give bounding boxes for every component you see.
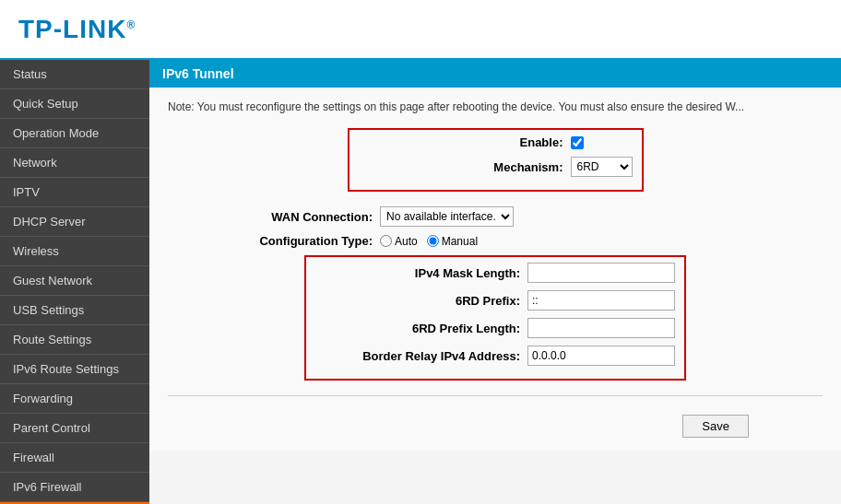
config-manual-text: Manual <box>442 235 478 248</box>
content-body: Note: You must reconfigure the settings … <box>149 88 841 451</box>
config-manual-radio[interactable] <box>427 235 439 247</box>
config-auto-label[interactable]: Auto <box>380 235 418 248</box>
sidebar-item-dhcp-server[interactable]: DHCP Server <box>0 207 149 237</box>
ipv4-mask-value <box>527 263 675 283</box>
wan-connection-select[interactable]: No available interface. <box>380 206 514 227</box>
border-relay-input[interactable] <box>527 346 675 366</box>
sidebar-item-iptv[interactable]: IPTV <box>0 178 149 207</box>
config-auto-text: Auto <box>395 235 418 248</box>
divider <box>168 395 823 396</box>
ipv4-mask-label: IPv4 Mask Length: <box>315 266 527 280</box>
logo-registered: ® <box>126 18 136 30</box>
form-section: Enable: Mechanism: 6RD 6to4 <box>168 128 823 438</box>
mechanism-row: Mechanism: 6RD 6to4 ISATAP <box>359 157 633 177</box>
note-text: Note: You must reconfigure the settings … <box>168 100 823 113</box>
page-title: IPv6 Tunnel <box>149 60 841 88</box>
grd-prefix-length-value <box>527 318 675 338</box>
grd-prefix-value <box>527 290 675 311</box>
sidebar-item-quick-setup[interactable]: Quick Setup <box>0 89 149 119</box>
border-relay-value <box>527 346 675 366</box>
enable-row: Enable: <box>359 135 633 149</box>
wan-connection-row: WAN Connection: No available interface. <box>168 206 823 227</box>
border-relay-label: Border Relay IPv4 Address: <box>315 349 527 363</box>
sidebar-item-guest-network[interactable]: Guest Network <box>0 266 149 296</box>
sidebar-item-status[interactable]: Status <box>0 60 149 89</box>
config-type-row: Configuration Type: Auto Manual <box>168 234 823 248</box>
sidebar-item-network[interactable]: Network <box>0 148 149 178</box>
manual-fields-group: IPv4 Mask Length: 6RD Prefix: <box>304 255 686 381</box>
enable-value <box>571 136 584 149</box>
border-relay-row: Border Relay IPv4 Address: <box>315 346 675 366</box>
grd-prefix-row: 6RD Prefix: <box>315 290 675 311</box>
main-layout: Status Quick Setup Operation Mode Networ… <box>0 60 841 504</box>
sidebar-item-ipv6-firewall[interactable]: IPv6 Firewall <box>0 473 149 502</box>
ipv4-mask-row: IPv4 Mask Length: <box>315 263 675 283</box>
sidebar-item-operation-mode[interactable]: Operation Mode <box>0 119 149 148</box>
sidebar-item-parent-control[interactable]: Parent Control <box>0 414 149 443</box>
grd-prefix-length-row: 6RD Prefix Length: <box>315 318 675 338</box>
config-auto-radio[interactable] <box>380 235 392 247</box>
enable-mechanism-group: Enable: Mechanism: 6RD 6to4 <box>348 128 644 192</box>
sidebar-item-ipv6-route-settings[interactable]: IPv6 Route Settings <box>0 355 149 384</box>
grd-prefix-length-input[interactable] <box>527 318 675 338</box>
mechanism-label: Mechanism: <box>359 160 571 174</box>
wan-connection-label: WAN Connection: <box>168 210 380 224</box>
sidebar-item-firewall[interactable]: Firewall <box>0 443 149 473</box>
content-area: IPv6 Tunnel Note: You must reconfigure t… <box>149 60 841 504</box>
sidebar-item-forwarding[interactable]: Forwarding <box>0 384 149 414</box>
enable-checkbox[interactable] <box>571 136 584 149</box>
save-row: Save <box>168 415 823 438</box>
wan-connection-value: No available interface. <box>380 206 514 227</box>
sidebar-item-usb-settings[interactable]: USB Settings <box>0 296 149 325</box>
config-manual-label[interactable]: Manual <box>427 235 478 248</box>
header: TP-LINK® <box>0 0 841 60</box>
enable-label: Enable: <box>359 135 571 149</box>
sidebar-item-wireless[interactable]: Wireless <box>0 237 149 266</box>
grd-prefix-label: 6RD Prefix: <box>315 294 527 308</box>
grd-prefix-input[interactable] <box>527 290 675 311</box>
save-button[interactable]: Save <box>682 415 749 438</box>
config-type-label: Configuration Type: <box>168 234 380 248</box>
sidebar-item-route-settings[interactable]: Route Settings <box>0 325 149 355</box>
grd-prefix-length-label: 6RD Prefix Length: <box>315 322 527 335</box>
mechanism-select[interactable]: 6RD 6to4 ISATAP <box>571 157 633 177</box>
ipv4-mask-input[interactable] <box>527 263 675 283</box>
config-type-value: Auto Manual <box>380 235 478 248</box>
logo: TP-LINK® <box>18 15 136 44</box>
sidebar: Status Quick Setup Operation Mode Networ… <box>0 60 149 504</box>
mechanism-value: 6RD 6to4 ISATAP <box>571 157 633 177</box>
